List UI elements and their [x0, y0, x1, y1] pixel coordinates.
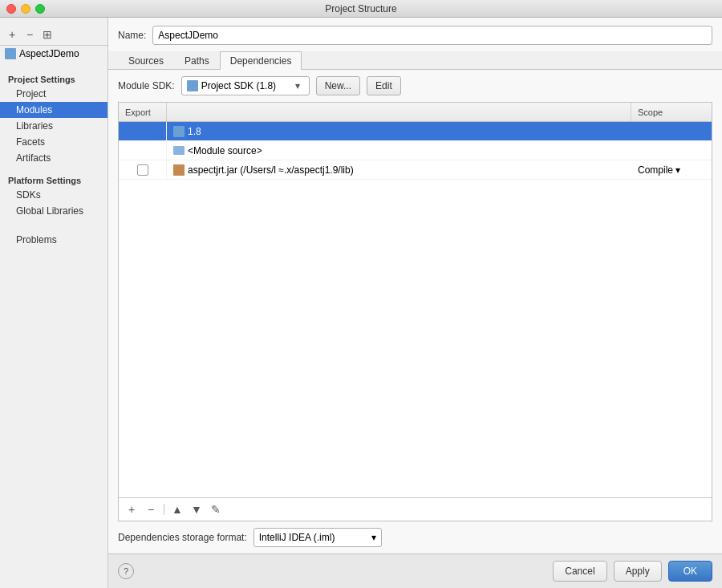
- tab-paths[interactable]: Paths: [174, 51, 220, 70]
- dep-name-label: 1.8: [188, 126, 201, 137]
- dep-name-label: <Module source>: [188, 145, 262, 156]
- add-module-button[interactable]: +: [5, 27, 19, 42]
- close-button[interactable]: [6, 4, 16, 14]
- sdk-row: Module SDK: Project SDK (1.8) ▾ New... E…: [108, 70, 722, 102]
- scope-value: Compile: [638, 164, 673, 176]
- table-toolbar: + − ▲ ▼ ✎: [119, 497, 712, 521]
- bottom-bar: ? Cancel Apply OK: [108, 554, 722, 588]
- sidebar-global-libraries-label: Global Libraries: [16, 205, 83, 217]
- sidebar-project-label: Project: [16, 88, 46, 99]
- main-layout: + − ⊞ AspectJDemo Project Settings Proje…: [0, 18, 722, 588]
- ok-button[interactable]: OK: [668, 561, 712, 582]
- module-item-label: AspectJDemo: [19, 48, 79, 59]
- table-move-up-button[interactable]: ▲: [169, 501, 185, 517]
- export-checkbox[interactable]: [137, 164, 148, 176]
- sdk-select-value: Project SDK (1.8): [201, 80, 276, 91]
- sidebar-item-libraries[interactable]: Libraries: [0, 118, 107, 134]
- dep-name-label: aspectjrt.jar (/Users/l ≈.x/aspectj1.9/l…: [188, 164, 354, 176]
- sidebar-sdks-label: SDKs: [16, 189, 41, 201]
- sidebar-item-problems[interactable]: Problems: [0, 232, 107, 248]
- dep-scope-cell: [631, 141, 712, 160]
- module-item[interactable]: AspectJDemo: [0, 46, 107, 62]
- dep-name-cell: <Module source>: [167, 141, 631, 160]
- sdk-select-icon: [187, 80, 198, 91]
- platform-settings-header: Platform Settings: [0, 172, 107, 187]
- minimize-button[interactable]: [21, 4, 30, 14]
- tab-sources-label: Sources: [128, 55, 164, 67]
- sdk-select[interactable]: Project SDK (1.8) ▾: [181, 76, 310, 95]
- sdk-label: Module SDK:: [118, 80, 175, 91]
- table-row[interactable]: 1.8: [119, 122, 712, 141]
- col-scope-header: Scope: [631, 103, 712, 121]
- sidebar-artifacts-label: Artifacts: [16, 152, 51, 164]
- name-row: Name:: [108, 18, 722, 51]
- dep-scope-cell: [631, 122, 712, 140]
- table-add-button[interactable]: +: [124, 501, 140, 517]
- table-body: 1.8 <Module source>: [119, 122, 712, 497]
- remove-module-button[interactable]: −: [22, 27, 37, 42]
- tabs-bar: Sources Paths Dependencies: [108, 51, 722, 70]
- toolbar-separator: [164, 504, 164, 515]
- scope-chevron-icon: ▾: [675, 164, 680, 176]
- sidebar-item-global-libraries[interactable]: Global Libraries: [0, 203, 107, 219]
- storage-label: Dependencies storage format:: [118, 532, 247, 543]
- sidebar-item-facets[interactable]: Facets: [0, 134, 107, 150]
- module-icon: [5, 48, 16, 59]
- cancel-button[interactable]: Cancel: [553, 561, 606, 582]
- dep-export-cell: [119, 141, 167, 160]
- storage-dropdown-icon: ▾: [371, 532, 376, 543]
- sidebar-item-artifacts[interactable]: Artifacts: [0, 150, 107, 166]
- tab-sources[interactable]: Sources: [118, 51, 174, 70]
- help-button[interactable]: ?: [118, 563, 134, 579]
- sidebar-modules-label: Modules: [16, 104, 52, 116]
- storage-select[interactable]: IntelliJ IDEA (.iml) ▾: [254, 528, 382, 547]
- apply-button[interactable]: Apply: [614, 561, 662, 582]
- help-icon: ?: [124, 566, 128, 576]
- window-controls[interactable]: [6, 4, 45, 14]
- sidebar: + − ⊞ AspectJDemo Project Settings Proje…: [0, 18, 108, 588]
- table-edit-button[interactable]: ✎: [208, 501, 224, 517]
- dep-export-cell: [119, 122, 167, 140]
- jar-icon: [173, 164, 185, 176]
- maximize-button[interactable]: [35, 4, 45, 14]
- storage-row: Dependencies storage format: IntelliJ ID…: [108, 521, 722, 554]
- name-input[interactable]: [152, 26, 712, 45]
- copy-module-button[interactable]: ⊞: [40, 27, 55, 42]
- tab-dependencies-label: Dependencies: [230, 55, 292, 67]
- window-title: Project Structure: [325, 3, 396, 14]
- table-row[interactable]: <Module source>: [119, 141, 712, 160]
- table-move-down-button[interactable]: ▼: [189, 501, 205, 517]
- col-export-header: Export: [119, 103, 167, 121]
- scope-dropdown[interactable]: Compile ▾: [638, 164, 680, 176]
- tab-paths-label: Paths: [185, 55, 209, 67]
- sidebar-facets-label: Facets: [16, 136, 45, 148]
- table-remove-button[interactable]: −: [143, 501, 159, 517]
- sdk-dropdown-icon: ▾: [291, 79, 304, 92]
- table-header: Export Scope: [119, 103, 712, 122]
- sidebar-item-project[interactable]: Project: [0, 86, 107, 102]
- folder-icon: [173, 146, 185, 155]
- sdk-new-button[interactable]: New...: [316, 76, 360, 95]
- tab-dependencies[interactable]: Dependencies: [220, 51, 302, 70]
- project-settings-header: Project Settings: [0, 71, 107, 86]
- sidebar-problems-label: Problems: [16, 234, 57, 245]
- col-name-header: [167, 103, 631, 121]
- dep-name-cell: 1.8: [167, 122, 631, 140]
- sidebar-item-modules[interactable]: Modules: [0, 102, 107, 118]
- sdk-edit-button[interactable]: Edit: [367, 76, 401, 95]
- dep-export-cell[interactable]: [119, 160, 167, 179]
- table-row[interactable]: aspectjrt.jar (/Users/l ≈.x/aspectj1.9/l…: [119, 160, 712, 180]
- sdk-icon: [173, 126, 185, 137]
- storage-select-value: IntelliJ IDEA (.iml): [259, 532, 335, 543]
- sidebar-item-sdks[interactable]: SDKs: [0, 187, 107, 203]
- dep-name-cell: aspectjrt.jar (/Users/l ≈.x/aspectj1.9/l…: [167, 160, 631, 179]
- content-area: Name: Sources Paths Dependencies Module …: [108, 18, 722, 588]
- sidebar-libraries-label: Libraries: [16, 120, 53, 132]
- title-bar: Project Structure: [0, 0, 722, 18]
- name-label: Name:: [118, 30, 146, 41]
- dependencies-table: Export Scope 1.8: [118, 102, 712, 521]
- sidebar-toolbar: + − ⊞: [0, 24, 107, 46]
- dep-scope-cell[interactable]: Compile ▾: [631, 160, 712, 179]
